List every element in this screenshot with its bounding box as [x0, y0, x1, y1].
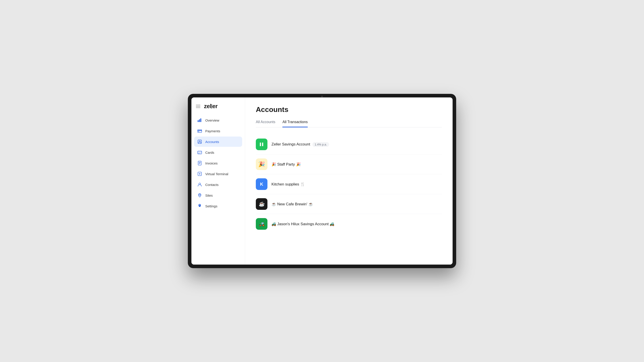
sidebar-item-label-accounts: Accounts — [205, 140, 219, 144]
main-content: Accounts All Accounts All Transactions — [245, 97, 452, 265]
svg-rect-11 — [200, 153, 200, 153]
svg-rect-2 — [200, 118, 201, 122]
tab-all-transactions[interactable]: All Transactions — [282, 120, 308, 127]
sidebar: zeler Overview — [192, 97, 245, 265]
invoices-icon — [197, 161, 202, 166]
accounts-icon — [197, 139, 202, 144]
payments-icon — [197, 128, 202, 133]
account-name-jason-hilux: 🚜 Jason's Hilux Savings Account 🚜 — [272, 222, 334, 226]
sidebar-item-label-contacts: Contacts — [205, 183, 218, 187]
account-item-jason-hilux[interactable]: 🚜 🚜 Jason's Hilux Savings Account 🚜 — [256, 214, 442, 234]
page-title: Accounts — [256, 105, 442, 114]
sites-icon — [197, 193, 202, 198]
account-info-jason-hilux: 🚜 Jason's Hilux Savings Account 🚜 — [272, 222, 334, 226]
tabs-container: All Accounts All Transactions — [256, 120, 442, 127]
sidebar-item-overview[interactable]: Overview — [194, 115, 242, 125]
svg-rect-4 — [198, 130, 202, 131]
svg-point-7 — [199, 141, 200, 142]
svg-rect-3 — [198, 130, 202, 132]
account-avatar-staff-party: 🎉 — [256, 158, 268, 170]
account-info-zeller-savings: Zeller Savings Account 1.4% p.a. — [272, 142, 329, 147]
sidebar-item-label-overview: Overview — [205, 118, 219, 122]
account-avatar-new-cafe: ☕ — [256, 198, 268, 210]
sidebar-item-label-payments: Payments — [205, 129, 220, 133]
virtual-terminal-icon — [197, 171, 202, 176]
sidebar-item-label-sites: Sites — [205, 194, 213, 197]
account-avatar-zeller-savings — [256, 139, 268, 150]
sidebar-item-accounts[interactable]: Accounts — [194, 137, 242, 147]
svg-rect-8 — [198, 151, 202, 154]
account-avatar-jason-hilux: 🚜 — [256, 218, 268, 230]
sidebar-item-contacts[interactable]: Contacts — [194, 179, 242, 190]
svg-rect-23 — [260, 143, 261, 146]
account-info-staff-party: 🎉 Staff Party 🎉 — [272, 162, 301, 167]
nav-items: Overview Payments — [192, 115, 245, 211]
account-item-zeller-savings[interactable]: Zeller Savings Account 1.4% p.a. — [256, 134, 442, 154]
account-item-staff-party[interactable]: 🎉 🎉 Staff Party 🎉 — [256, 154, 442, 174]
settings-icon — [197, 204, 202, 209]
sidebar-item-invoices[interactable]: Invoices — [194, 158, 242, 168]
svg-rect-1 — [199, 119, 200, 122]
account-name-staff-party: 🎉 Staff Party 🎉 — [272, 162, 301, 167]
account-info-new-cafe: ☕ New Cafe Brewin' ☕ — [272, 202, 313, 206]
svg-rect-0 — [198, 120, 198, 122]
sidebar-item-label-virtual-terminal: Virtual Terminal — [205, 172, 228, 176]
account-list: Zeller Savings Account 1.4% p.a. 🎉 🎉 Sta… — [256, 134, 442, 234]
svg-rect-5 — [198, 131, 199, 132]
sidebar-item-label-invoices: Invoices — [205, 161, 218, 165]
bar-chart-icon — [197, 118, 202, 123]
device-frame: zeler Overview — [188, 94, 456, 268]
svg-point-20 — [199, 194, 200, 196]
sidebar-item-sites[interactable]: Sites — [194, 190, 242, 200]
account-name-zeller-savings: Zeller Savings Account — [272, 142, 310, 147]
sidebar-item-virtual-terminal[interactable]: Virtual Terminal — [194, 169, 242, 179]
cards-icon — [197, 150, 202, 155]
svg-rect-24 — [262, 143, 263, 146]
svg-rect-9 — [198, 152, 202, 152]
hamburger-icon[interactable] — [196, 105, 200, 108]
tab-all-accounts[interactable]: All Accounts — [256, 120, 275, 127]
sidebar-item-cards[interactable]: Cards — [194, 147, 242, 158]
logo: zeler — [204, 103, 218, 110]
account-info-kitchen-supplies: Kitchen supplies 🍴 — [272, 182, 305, 187]
sidebar-item-payments[interactable]: Payments — [194, 126, 242, 136]
account-name-kitchen-supplies: Kitchen supplies 🍴 — [272, 182, 305, 187]
sidebar-item-settings[interactable]: Settings — [194, 201, 242, 211]
account-avatar-kitchen-supplies: K — [256, 178, 268, 190]
sidebar-item-label-cards: Cards — [205, 151, 214, 154]
contacts-icon — [197, 182, 202, 187]
svg-rect-10 — [198, 153, 199, 153]
device-inner: zeler Overview — [192, 97, 452, 265]
account-item-new-cafe[interactable]: ☕ ☕ New Cafe Brewin' ☕ — [256, 194, 442, 214]
sidebar-item-label-settings: Settings — [205, 204, 217, 208]
account-name-new-cafe: ☕ New Cafe Brewin' ☕ — [272, 202, 313, 206]
account-item-kitchen-supplies[interactable]: K Kitchen supplies 🍴 — [256, 174, 442, 194]
account-badge-zeller-savings: 1.4% p.a. — [312, 142, 329, 147]
camera — [321, 96, 323, 97]
sidebar-header: zeler — [192, 103, 245, 115]
